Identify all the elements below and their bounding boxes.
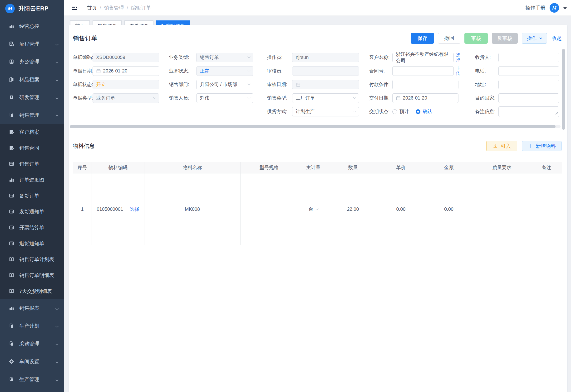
sidebar-item-processing-workshop[interactable]: 加工车间 <box>0 388 64 392</box>
import-label: 引入 <box>501 143 511 149</box>
sidebar-item-production-mgmt[interactable]: 生产管理 <box>0 370 64 388</box>
horizontal-scrollbar[interactable] <box>70 125 560 128</box>
collapse-link[interactable]: 收起 <box>552 35 562 42</box>
revoke-button[interactable]: 撤回 <box>438 33 460 44</box>
radio-label: 确认 <box>423 108 432 115</box>
remarks-textarea[interactable] <box>498 106 559 117</box>
doc-date-date-input[interactable]: 2026-01-20 <box>92 66 159 76</box>
resize-handle-icon[interactable] <box>555 111 558 116</box>
manual-link[interactable]: 操作手册 <box>525 4 545 11</box>
sidebar-item-label: 办公管理 <box>19 58 39 65</box>
sidebar-item-sales-order-detail-report[interactable]: 销售订单明细表 <box>0 267 64 283</box>
unit-select[interactable]: 台 <box>298 206 329 212</box>
phone-input[interactable] <box>498 66 559 76</box>
field-payment-terms: 付款条件: <box>369 78 475 91</box>
sidebar-item-sales-mgmt[interactable]: 销售管理 <box>0 106 64 124</box>
contract-no-input[interactable] <box>392 66 454 76</box>
chevron-down-icon <box>55 43 59 46</box>
user-avatar[interactable]: M <box>550 3 559 13</box>
sidebar-item-customer-archive[interactable]: 客户档案 <box>0 124 64 140</box>
vertical-scrollbar[interactable] <box>562 49 565 130</box>
customer-name-input[interactable]: 浙江裕兴不动产经纪有限公司 <box>392 53 454 62</box>
sidebar-item-order-progress-chart[interactable]: 订单进度图 <box>0 172 64 188</box>
sidebar-item-workshop-settings[interactable]: 车间设置 <box>0 352 64 370</box>
field-label: 收货人: <box>475 54 498 61</box>
materials-buttons: 引入 新增物料 <box>486 141 561 151</box>
radio-option-confirmed[interactable]: 确认 <box>416 108 432 115</box>
cell-spec[interactable] <box>240 173 298 245</box>
save-button[interactable]: 保存 <box>411 33 434 44</box>
sidebar: M 升阳云ERP 经营总控流程管理办公管理料品档案研发管理销售管理客户档案销售合… <box>0 0 64 392</box>
office-icon <box>9 59 14 65</box>
chevron-down-icon <box>55 325 59 328</box>
sidebar-item-process-mgmt[interactable]: 流程管理 <box>0 35 64 53</box>
sales-type-select[interactable]: 工厂订单 <box>292 93 359 103</box>
field-phone: 电话: <box>475 64 559 78</box>
sidebar-item-label: 开票结算单 <box>19 224 44 231</box>
cell-quality[interactable] <box>473 173 531 245</box>
materials-header: 物料信息 引入 新增物料 <box>73 141 561 151</box>
sidebar-item-purchase-mgmt[interactable]: 采购管理 <box>0 335 64 352</box>
delivery-date-date-input[interactable]: 2026-01-20 <box>392 93 458 103</box>
sidebar-item-sales-contract[interactable]: 销售合同 <box>0 140 64 156</box>
chevron-down-icon <box>353 109 356 112</box>
cell-name: MK008 <box>144 173 240 245</box>
radio-unchecked-icon[interactable] <box>392 109 397 114</box>
import-button[interactable]: 引入 <box>486 141 517 151</box>
actions-dropdown-button[interactable]: 操作 <box>522 33 547 44</box>
sidebar-item-material-archive[interactable]: 料品档案 <box>0 70 64 88</box>
cell-qty[interactable]: 22.00 <box>329 173 377 245</box>
add-material-button[interactable]: 新增物料 <box>522 141 561 151</box>
plus-icon <box>528 143 533 149</box>
sales-person-select[interactable]: 刘伟 <box>196 93 253 103</box>
sidebar-item-sales-order-plan-report[interactable]: 销售订单计划表 <box>0 251 64 267</box>
sidebar-item-sales-report[interactable]: 销售报表 <box>0 299 64 317</box>
upload-link[interactable]: 上传 <box>456 66 461 76</box>
sales-dept-select[interactable]: 升阳公司 / 市场部 <box>196 80 253 89</box>
field-biz-type: 业务类型:销售订单 <box>169 51 267 64</box>
field-delivery-status: 交期状态:预计确认 <box>369 105 475 118</box>
select-material-link[interactable]: 选择 <box>130 206 139 212</box>
user-menu-caret-icon[interactable] <box>563 7 567 10</box>
select-link[interactable]: 选择 <box>456 53 461 62</box>
column-header: 金额 <box>425 162 473 173</box>
breadcrumb-item[interactable]: 首页 <box>87 4 97 11</box>
sidebar-item-label: 销售管理 <box>19 112 39 119</box>
sidebar-item-production-plan[interactable]: 生产计划 <box>0 317 64 335</box>
audit-date-date-input <box>292 80 359 89</box>
sidebar-item-seven-day-delivery-report[interactable]: 7天交货明细表 <box>0 283 64 299</box>
cell-price[interactable]: 0.00 <box>377 173 425 245</box>
dest-country-input[interactable] <box>498 93 559 103</box>
field-label: 业务状态: <box>169 68 196 74</box>
sidebar-item-stock-order[interactable]: 备货订单 <box>0 188 64 204</box>
sidebar-item-office-mgmt[interactable]: 办公管理 <box>0 53 64 70</box>
app-logo-icon: M <box>5 4 15 13</box>
field-label: 客户名称: <box>369 54 392 61</box>
breadcrumb: 首页/销售管理/编辑订单 <box>87 4 151 11</box>
sidebar-item-label: 生产计划 <box>19 323 39 329</box>
sidebar-item-return-notice[interactable]: 退货通知单 <box>0 236 64 251</box>
header-right: 操作手册 M <box>525 3 571 13</box>
address-input[interactable] <box>498 80 559 89</box>
menu-fold-icon[interactable] <box>71 4 78 11</box>
sidebar-item-sales-order[interactable]: 销售订单 <box>0 156 64 172</box>
consignee-input[interactable] <box>498 53 559 62</box>
horizontal-scrollbar-thumb[interactable] <box>70 125 556 128</box>
sidebar-item-invoice-settlement[interactable]: 开票结算单 <box>0 220 64 236</box>
sidebar-item-label: 订单进度图 <box>19 177 44 183</box>
sidebar-item-business-overview[interactable]: 经营总控 <box>0 17 64 35</box>
sidebar-item-label: 退货通知单 <box>19 240 44 247</box>
field-label: 备注信息: <box>475 108 498 115</box>
radio-option-estimated[interactable]: 预计 <box>392 108 409 115</box>
sidebar-item-label: 销售订单计划表 <box>19 256 54 263</box>
cell-remark[interactable] <box>531 173 562 245</box>
cell-code: 0105000001选择 <box>92 173 144 245</box>
payment-terms-input[interactable] <box>392 80 458 89</box>
supply-mode-select[interactable]: 计划生产 <box>292 107 359 116</box>
docs-icon <box>9 323 14 329</box>
sidebar-item-delivery-notice[interactable]: 发货通知单 <box>0 204 64 220</box>
field-label: 交付日期: <box>369 95 392 101</box>
column-header: 单价 <box>377 162 425 173</box>
radio-checked-icon[interactable] <box>416 109 421 114</box>
sidebar-item-rd-mgmt[interactable]: 研发管理 <box>0 88 64 106</box>
